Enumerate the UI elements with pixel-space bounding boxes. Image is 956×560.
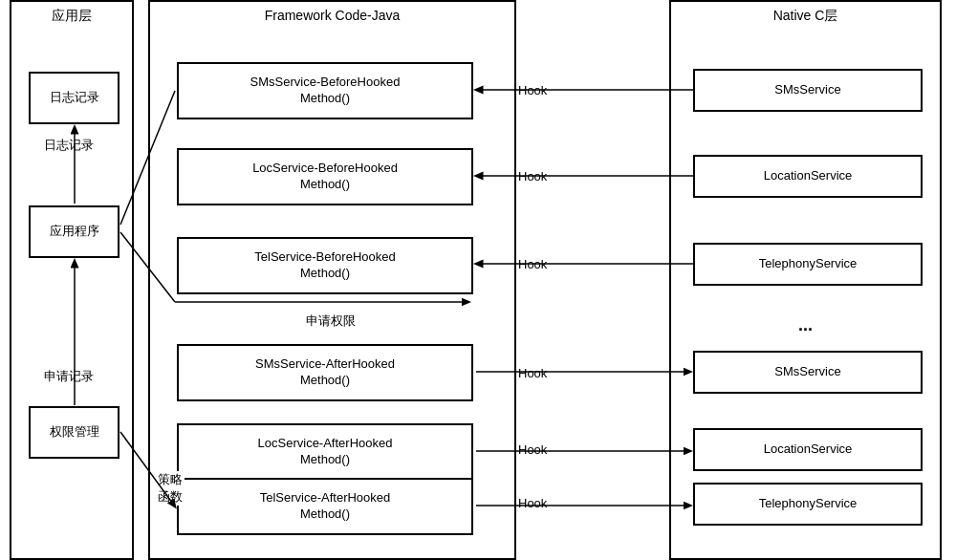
box-tel-before: TelService-BeforeHookedMethod() (177, 237, 473, 294)
hook-label-4: Hook (516, 366, 549, 380)
box-native-tel2: TelephonyService (693, 483, 923, 526)
box-sms-after: SMsService-AfterHookedMethod() (177, 344, 473, 401)
box-perm: 权限管理 (29, 406, 120, 459)
hook-label-1: Hook (516, 83, 549, 97)
box-log: 日志记录 (29, 72, 120, 124)
label-apply-perm: 申请权限 (304, 312, 358, 330)
box-native-loc2: LocationService (693, 428, 923, 471)
col-framework-title: Framework Code-Java (150, 2, 514, 29)
box-app: 应用程序 (29, 205, 120, 258)
hook-label-2: Hook (516, 169, 549, 183)
label-policy: 策略函数 (156, 471, 185, 506)
box-native-loc1: LocationService (693, 155, 923, 198)
diagram: 应用层 Framework Code-Java Native C层 日志记录 日… (0, 0, 956, 560)
box-native-sms1: SMsService (693, 69, 923, 112)
box-loc-before: LocService-BeforeHookedMethod() (177, 148, 473, 205)
box-sms-before: SMsService-BeforeHookedMethod() (177, 62, 473, 119)
ellipsis: ... (798, 315, 813, 335)
col-native-title: Native C层 (671, 2, 940, 31)
hook-label-6: Hook (516, 496, 549, 510)
hook-label-3: Hook (516, 257, 549, 271)
box-loc-after: LocService-AfterHookedMethod() (177, 423, 473, 481)
box-tel-after: TelService-AfterHookedMethod() (177, 478, 473, 535)
box-native-tel1: TelephonyService (693, 243, 923, 286)
box-native-sms2: SMsService (693, 351, 923, 394)
col-app-title: 应用层 (11, 2, 132, 31)
label-apply: 申请记录 (42, 368, 96, 385)
hook-label-5: Hook (516, 442, 549, 457)
label-log: 日志记录 (42, 137, 96, 154)
